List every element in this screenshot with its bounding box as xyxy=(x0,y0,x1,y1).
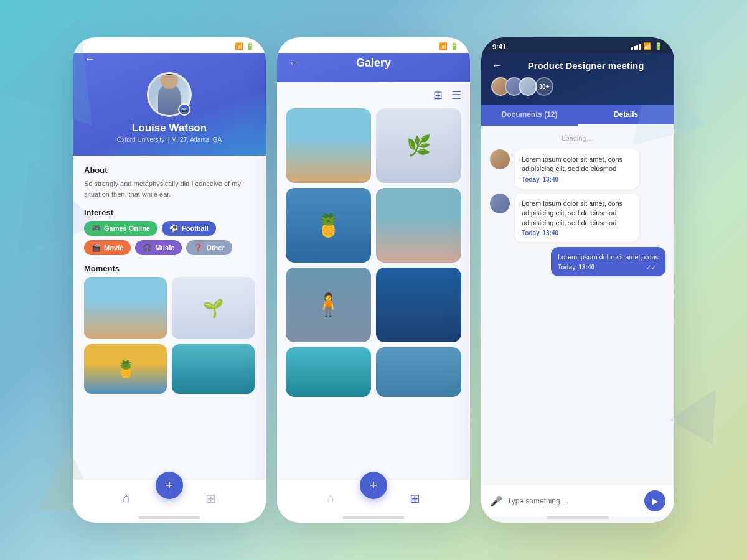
profile-avatar-wrap: 📷 xyxy=(147,72,192,117)
gallery-img-7[interactable] xyxy=(286,347,371,397)
message-time-2: Today, 13:40 xyxy=(522,230,632,236)
wifi-icon-1: 📶 xyxy=(235,42,243,50)
status-time-3: 9:41 xyxy=(492,43,506,50)
home-nav-icon-1[interactable]: ⌂ xyxy=(123,491,130,505)
movie-icon: 🎬 xyxy=(92,243,101,252)
gallery-nav-icon-2[interactable]: ⊞ xyxy=(410,491,420,506)
home-nav-icon-2[interactable]: ⌂ xyxy=(327,491,334,505)
home-indicator-2 xyxy=(342,516,405,519)
message-avatar-1 xyxy=(490,149,510,169)
profile-subtitle: Oxford University || M, 27, Atlanta, GA xyxy=(117,136,222,143)
gallery-body: ⊞ ☰ 🌿 🍍 🧍 xyxy=(277,82,470,479)
chat-input-bar: 🎤 ▶ xyxy=(481,485,674,516)
tag-football[interactable]: ⚽ Football xyxy=(162,221,216,236)
profile-header: ← 📷 Louise Watson Oxford University || M… xyxy=(73,53,266,156)
status-bar-2: 9:41 📶 🔋 xyxy=(277,37,470,53)
music-icon: 🎧 xyxy=(143,243,152,252)
gallery-img-5[interactable]: 🧍 xyxy=(286,268,371,342)
moment-img-1[interactable] xyxy=(84,277,167,339)
gallery-toolbar: ⊞ ☰ xyxy=(286,88,461,102)
gallery-header-top: ← Galery xyxy=(288,53,459,73)
chat-body: Loading ... Lorem ipsum dolor sit amet, … xyxy=(481,126,674,485)
tag-movie[interactable]: 🎬 Movie xyxy=(84,240,131,255)
battery-icon-3: 🔋 xyxy=(654,42,663,50)
gallery-nav-icon-1[interactable]: ⊞ xyxy=(205,491,216,506)
about-text: So strongly and metaphysically did I con… xyxy=(84,179,255,199)
home-indicator-1 xyxy=(138,516,200,519)
other-icon: ❓ xyxy=(194,243,203,252)
tag-football-label: Football xyxy=(182,225,209,232)
signal-icon-3 xyxy=(631,44,641,50)
avatar-body xyxy=(158,84,181,115)
status-icons-3: 📶 🔋 xyxy=(631,42,663,50)
chat-header-top: ← Product Designer meeting xyxy=(491,59,664,72)
mic-icon[interactable]: 🎤 xyxy=(490,495,502,507)
gallery-img-3[interactable]: 🍍 xyxy=(286,188,371,263)
avatar-stack: 30+ xyxy=(491,77,664,96)
status-bar-3: 9:41 📶 🔋 xyxy=(481,37,674,53)
battery-icon-1: 🔋 xyxy=(246,42,255,50)
tag-other-label: Other xyxy=(206,244,224,251)
moment-img-4[interactable] xyxy=(172,344,255,394)
moments-title: Moments xyxy=(84,264,255,273)
chat-header: ← Product Designer meeting 30+ xyxy=(481,53,674,105)
status-icons-1: 📶 🔋 xyxy=(223,42,255,50)
tag-movie-label: Movie xyxy=(104,244,123,251)
message-bubble-2: Lorem ipsum dolor sit amet, cons adipisi… xyxy=(515,194,639,242)
message-text-1: Lorem ipsum dolor sit amet, cons adipisi… xyxy=(522,155,632,174)
chat-message-1: Lorem ipsum dolor sit amet, cons adipisi… xyxy=(490,149,665,189)
tag-music[interactable]: 🎧 Music xyxy=(135,240,182,255)
header-top-1: ← xyxy=(84,53,255,66)
chat-input[interactable] xyxy=(507,497,639,505)
profile-name: Louise Watson xyxy=(132,122,207,134)
fab-button-2[interactable]: + xyxy=(360,472,387,499)
message-bubble-3: Lorem ipsum dolor sit amet, cons Today, … xyxy=(551,247,665,276)
message-text-2: Lorem ipsum dolor sit amet, cons adipisi… xyxy=(522,199,632,228)
about-title: About xyxy=(84,166,255,175)
signal-icon-1 xyxy=(223,44,232,50)
battery-icon-2: 🔋 xyxy=(450,42,459,50)
phone-gallery: 9:41 📶 🔋 ← Galery ⊞ ☰ xyxy=(277,37,470,523)
back-button-2[interactable]: ← xyxy=(288,57,299,70)
gallery-img-6[interactable] xyxy=(376,268,461,342)
interest-title: Interest xyxy=(84,208,255,217)
gallery-header: ← Galery xyxy=(277,53,470,82)
meeting-title: Product Designer meeting xyxy=(507,60,664,71)
status-time-1: 9:41 xyxy=(84,43,98,50)
wifi-icon-2: 📶 xyxy=(439,42,448,50)
moment-img-2[interactable]: 🌱 xyxy=(172,277,255,339)
status-icons-2: 📶 🔋 xyxy=(427,42,459,50)
moment-img-3[interactable]: 🍍 xyxy=(84,344,167,394)
profile-body: About So strongly and metaphysically did… xyxy=(73,156,266,479)
moments-grid: 🌱 🍍 xyxy=(84,277,255,394)
bg-decoration-4 xyxy=(669,376,737,444)
message-avatar-2 xyxy=(490,194,510,213)
send-icon: ▶ xyxy=(652,496,659,506)
message-time-1: Today, 13:40 xyxy=(522,176,632,183)
stack-count: 30+ xyxy=(535,77,553,96)
back-button-1[interactable]: ← xyxy=(84,53,95,66)
football-icon: ⚽ xyxy=(169,224,179,233)
status-bar-1: 9:41 📶 🔋 xyxy=(73,37,266,53)
camera-badge[interactable]: 📷 xyxy=(178,103,190,116)
chat-message-3: Lorem ipsum dolor sit amet, cons Today, … xyxy=(490,247,665,276)
tab-documents[interactable]: Documents (12) xyxy=(481,105,578,126)
tag-other[interactable]: ❓ Other xyxy=(186,240,232,255)
wifi-icon-3: 📶 xyxy=(643,42,652,50)
fab-button-1[interactable]: + xyxy=(156,472,183,499)
gallery-img-4[interactable] xyxy=(376,188,461,263)
gallery-grid: 🌿 🍍 🧍 xyxy=(286,108,461,397)
gallery-img-1[interactable] xyxy=(286,108,371,183)
grid-view-icon[interactable]: ⊞ xyxy=(433,88,443,102)
signal-icon-2 xyxy=(427,44,436,50)
read-receipt-icon: ✓✓ xyxy=(646,264,656,271)
send-button[interactable]: ▶ xyxy=(644,490,665,511)
chat-back-button[interactable]: ← xyxy=(491,59,502,72)
gallery-title: Galery xyxy=(356,57,391,70)
menu-icon[interactable]: ☰ xyxy=(451,88,461,102)
gallery-img-8[interactable] xyxy=(376,347,461,397)
avatar-hat xyxy=(159,72,180,75)
interest-tags: 🎮 Games Online ⚽ Football 🎬 Movie 🎧 Musi… xyxy=(84,221,255,255)
gallery-img-2[interactable]: 🌿 xyxy=(376,108,461,183)
tag-music-label: Music xyxy=(155,244,174,251)
